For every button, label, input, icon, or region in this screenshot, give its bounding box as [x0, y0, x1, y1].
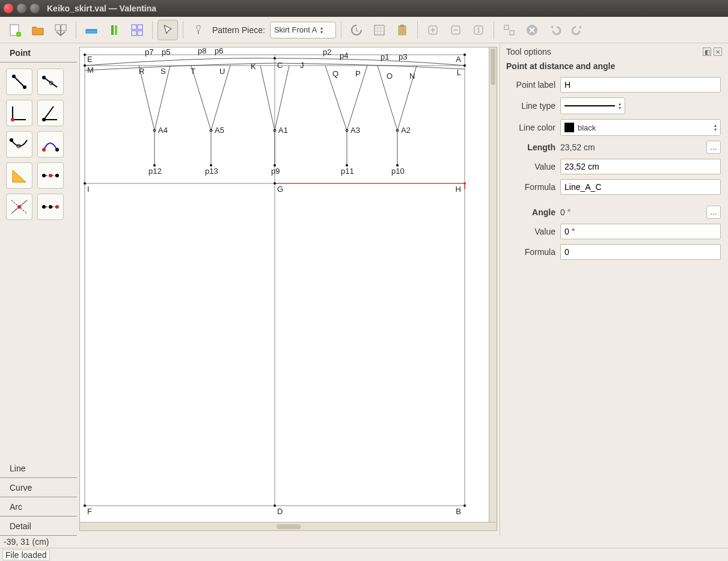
vertical-scrollbar[interactable]	[489, 47, 497, 523]
svg-point-29	[42, 118, 46, 121]
svg-text:H: H	[456, 185, 461, 194]
svg-text:p10: p10	[391, 167, 405, 176]
tool-height[interactable]	[37, 194, 64, 220]
svg-text:A3: A3	[350, 126, 360, 135]
tab-arc[interactable]: Arc	[0, 497, 77, 517]
angle-formula-input[interactable]	[560, 244, 721, 260]
svg-text:1: 1	[477, 27, 480, 34]
tool-along-line[interactable]	[37, 69, 64, 95]
svg-text:p6: p6	[215, 48, 223, 55]
drawing-canvas[interactable]: E M A L p7 p5 p8 p6 p2 p4 p1 p3 R S T U	[79, 47, 497, 523]
tool-endpoint[interactable]	[6, 69, 32, 95]
new-file-button[interactable]	[5, 20, 25, 40]
length-formula-input[interactable]	[560, 179, 721, 195]
tab-line[interactable]: Line	[0, 459, 77, 478]
angle-display: 0 °	[560, 207, 702, 217]
length-formula-edit-button[interactable]: …	[706, 141, 721, 154]
tool-options-panel: Tool options ◧ ✕ Point at distance and a…	[500, 43, 728, 536]
tool-triangle[interactable]	[6, 162, 32, 189]
zoom-fit-button[interactable]: 1	[468, 20, 489, 40]
line-type-label: Line type	[507, 101, 555, 111]
length-display: 23,52 cm	[560, 143, 702, 152]
svg-text:J: J	[300, 61, 304, 70]
horizontal-scrollbar[interactable]	[79, 523, 497, 531]
svg-text:N: N	[409, 72, 415, 81]
svg-text:A5: A5	[215, 126, 224, 135]
tab-curve[interactable]: Curve	[0, 478, 77, 497]
tool-shoulder[interactable]	[6, 131, 32, 158]
svg-text:p7: p7	[145, 48, 153, 57]
tab-point[interactable]: Point	[0, 43, 77, 63]
svg-text:C: C	[277, 61, 283, 70]
svg-text:A: A	[456, 55, 461, 64]
panel-close-button[interactable]: ✕	[714, 48, 722, 56]
svg-text:O: O	[387, 72, 393, 81]
svg-point-35	[42, 174, 46, 177]
pointer-tool-button[interactable]	[158, 20, 178, 40]
zoom-out-button[interactable]	[445, 20, 466, 40]
angle-formula-edit-button[interactable]: …	[706, 206, 721, 219]
window-minimize-button[interactable]	[17, 4, 26, 13]
pattern-piece-select[interactable]: Skirt Front A ▴▾	[270, 22, 336, 38]
length-value-label: Value	[507, 162, 555, 171]
window-close-button[interactable]	[4, 4, 13, 13]
svg-rect-4	[132, 25, 136, 29]
length-formula-label: Formula	[507, 182, 555, 192]
svg-point-44	[55, 205, 59, 209]
tool-normal[interactable]	[6, 100, 32, 126]
svg-text:S: S	[161, 67, 166, 76]
tab-detail[interactable]: Detail	[0, 517, 77, 536]
table-button[interactable]	[369, 20, 390, 40]
line-color-select[interactable]: black▴▾	[560, 119, 721, 136]
svg-text:M: M	[87, 66, 94, 75]
main-toolbar: Pattern Piece: Skirt Front A ▴▾ 1	[0, 17, 728, 43]
zoom-in-button[interactable]	[423, 20, 443, 40]
svg-text:K: K	[251, 62, 256, 71]
point-label-input[interactable]	[560, 77, 721, 93]
svg-text:G: G	[277, 185, 283, 194]
length-value-input[interactable]	[560, 159, 721, 174]
redo-button[interactable]	[567, 20, 588, 40]
line-type-select[interactable]: ▴▾	[560, 97, 625, 114]
svg-text:p8: p8	[198, 48, 206, 55]
stop-button[interactable]	[522, 20, 542, 40]
svg-text:B: B	[456, 507, 461, 516]
tool-line-intersect[interactable]	[6, 194, 32, 220]
svg-text:p13: p13	[205, 167, 218, 176]
open-file-button[interactable]	[28, 20, 48, 40]
svg-text:T: T	[191, 67, 195, 76]
svg-point-40	[17, 205, 21, 209]
pattern-pieces-button[interactable]	[104, 20, 124, 40]
mannequin-icon[interactable]	[188, 20, 209, 40]
canvas-area: E M A L p7 p5 p8 p6 p2 p4 p1 p3 R S T U	[77, 43, 500, 536]
tool-point-of-contact[interactable]	[37, 131, 64, 158]
svg-point-33	[55, 148, 59, 152]
svg-text:p9: p9	[271, 167, 280, 176]
svg-text:I: I	[87, 185, 90, 194]
svg-rect-5	[138, 25, 142, 29]
svg-rect-9	[399, 26, 406, 35]
angle-value-input[interactable]	[560, 224, 721, 239]
svg-text:p5: p5	[162, 48, 170, 57]
svg-point-62	[84, 182, 86, 185]
status-message: File loaded	[2, 550, 50, 560]
left-tool-panel: Point Line Curve Arc Detail	[0, 43, 77, 536]
svg-text:P: P	[355, 69, 361, 78]
svg-point-30	[10, 138, 13, 142]
history-button[interactable]	[346, 20, 367, 40]
undo-button[interactable]	[545, 20, 565, 40]
layout-button[interactable]	[127, 20, 147, 40]
tool-point-intersection[interactable]	[37, 162, 64, 189]
svg-text:A1: A1	[278, 126, 288, 135]
panel-undock-button[interactable]: ◧	[703, 48, 711, 56]
save-file-button[interactable]	[50, 20, 71, 40]
clipboard-button[interactable]	[392, 20, 412, 40]
tool-bisector[interactable]	[37, 100, 64, 126]
panel-title-text: Tool options	[506, 47, 551, 57]
window-maximize-button[interactable]	[30, 4, 40, 13]
zoom-original-button[interactable]	[499, 20, 519, 40]
angle-value-label: Value	[507, 227, 555, 236]
svg-rect-1	[16, 32, 21, 37]
svg-point-56	[84, 54, 86, 56]
measurements-button[interactable]	[81, 20, 102, 40]
